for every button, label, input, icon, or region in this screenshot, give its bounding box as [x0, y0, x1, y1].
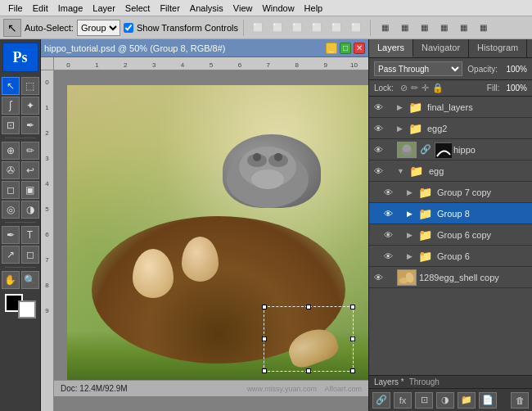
path-select-btn[interactable]: ↗ [2, 246, 20, 264]
eraser-btn[interactable]: ◻ [2, 181, 20, 199]
lock-transparent-icon[interactable]: ⊘ [400, 83, 408, 93]
marquee-tool-btn[interactable]: ⬚ [21, 77, 39, 95]
layer-group7copy[interactable]: 👁 ▶ 📁 Group 7 copy [369, 182, 532, 203]
expand-g6copy[interactable]: ▶ [407, 231, 413, 239]
layer-name-egg-group: egg [429, 166, 529, 176]
layer-group6[interactable]: 👁 ▶ 📁 Group 6 [369, 246, 532, 267]
layer-hippo[interactable]: 👁 🔗 hippo [369, 139, 532, 160]
autoselect-select[interactable]: Group Layer [77, 20, 120, 36]
maximize-button[interactable]: □ [340, 43, 351, 54]
expand-g8[interactable]: ▶ [407, 210, 413, 218]
canvas-content[interactable]: Doc: 12.4M/92.9M www.missy.yuan.com Alfo… [54, 70, 368, 411]
distribute-icon5[interactable]: ▦ [454, 20, 472, 36]
menu-window[interactable]: Window [257, 3, 299, 13]
eye-icon-egg2[interactable]: 👁 [372, 123, 384, 134]
crop-tool-btn[interactable]: ⊡ [2, 116, 20, 134]
layer-name-g6: Group 6 [437, 251, 529, 261]
close-button[interactable]: ✕ [354, 43, 365, 54]
new-group-btn[interactable]: 📁 [458, 392, 476, 409]
menu-help[interactable]: Help [300, 3, 328, 13]
lock-all-icon[interactable]: 🔒 [432, 83, 444, 93]
gradient-btn[interactable]: ▣ [21, 181, 39, 199]
distribute-v-icon[interactable]: ▦ [395, 20, 413, 36]
expand-final[interactable]: ▶ [397, 103, 403, 111]
distribute-icon3[interactable]: ▦ [415, 20, 433, 36]
add-mask-btn[interactable]: ⊡ [415, 392, 433, 409]
type-tool-btn[interactable]: T [21, 226, 39, 244]
eye-icon-g8[interactable]: 👁 [382, 208, 394, 219]
menu-image[interactable]: Image [53, 3, 88, 13]
link-layers-btn[interactable]: 🔗 [372, 392, 390, 409]
distribute-icon6[interactable]: ▦ [474, 20, 492, 36]
distribute-icon4[interactable]: ▦ [435, 20, 453, 36]
shape-tool-btn[interactable]: ◻ [21, 246, 39, 264]
layer-group6copy[interactable]: 👁 ▶ 📁 Group 6 copy [369, 224, 532, 246]
zoom-tool-btn[interactable]: 🔍 [21, 271, 39, 289]
clone-stamp-btn[interactable]: ✇ [2, 161, 20, 179]
layer-name-g8: Group 8 [437, 209, 529, 219]
menu-file[interactable]: File [3, 3, 28, 13]
align-left-icon[interactable]: ⬜ [249, 20, 267, 36]
eyedropper-btn[interactable]: ✒ [21, 116, 39, 134]
panel-close-btn[interactable]: ✕ [527, 39, 532, 57]
blur-btn[interactable]: ◎ [2, 201, 20, 219]
minimize-button[interactable]: _ [326, 43, 337, 54]
expand-egg[interactable]: ▼ [397, 167, 404, 175]
eye-icon-g6[interactable]: 👁 [382, 251, 394, 262]
canvas-window-buttons: _ □ ✕ [326, 43, 365, 54]
delete-layer-btn[interactable]: 🗑 [511, 392, 529, 409]
history-brush-btn[interactable]: ↩ [21, 161, 39, 179]
ruler-horizontal: 0 1 2 3 4 5 6 7 8 9 10 [54, 57, 368, 70]
hippo-thumb-svg [398, 142, 416, 158]
layer-eggshell-copy[interactable]: 👁 1289egg_shell copy [369, 267, 532, 288]
align-right-icon[interactable]: ⬜ [288, 20, 306, 36]
menu-analysis[interactable]: Analysis [185, 3, 228, 13]
eye-icon-g7copy[interactable]: 👁 [382, 187, 394, 198]
eye-icon-eggshell[interactable]: 👁 [372, 272, 384, 283]
healing-brush-btn[interactable]: ⊕ [2, 142, 20, 160]
menu-view[interactable]: View [228, 3, 258, 13]
menu-edit[interactable]: Edit [28, 3, 53, 13]
tab-histogram[interactable]: Histogram [469, 39, 527, 57]
layer-egg2[interactable]: 👁 ▶ 📁 egg2 [369, 118, 532, 139]
move-tool-btn[interactable]: ↖ [2, 77, 20, 95]
align-center-icon[interactable]: ⬜ [268, 20, 286, 36]
tab-layers[interactable]: Layers [369, 39, 413, 57]
magic-wand-btn[interactable]: ✦ [21, 97, 39, 115]
fx-btn[interactable]: fx [394, 392, 412, 409]
thumb-g7copy: 📁 [415, 184, 435, 201]
lock-position-icon[interactable]: ✛ [422, 83, 429, 93]
brush-tool-btn[interactable]: ✏ [21, 142, 39, 160]
menu-layer[interactable]: Layer [88, 3, 120, 13]
hand-tool-btn[interactable]: ✋ [2, 271, 20, 289]
move-tool[interactable]: ↖ [3, 19, 21, 37]
distribute-h-icon[interactable]: ▦ [376, 20, 394, 36]
align-middle-icon[interactable]: ⬜ [327, 20, 345, 36]
tool-pair-1: ↖ ⬚ [2, 77, 39, 95]
layer-final-layers[interactable]: 👁 ▶ 📁 final_layers [369, 97, 532, 118]
lock-image-icon[interactable]: ✏ [411, 83, 418, 93]
eye-icon-final[interactable]: 👁 [372, 102, 384, 113]
layer-group8[interactable]: 👁 ▶ 📁 Group 8 [369, 203, 532, 224]
menu-select[interactable]: Select [120, 3, 156, 13]
blend-mode-select[interactable]: Pass Through Normal Multiply Screen Over… [374, 61, 462, 76]
mask-thumb-hippo [435, 142, 451, 157]
menu-filter[interactable]: Filter [155, 3, 184, 13]
align-bottom-icon[interactable]: ⬜ [347, 20, 365, 36]
dodge-btn[interactable]: ◑ [21, 201, 39, 219]
align-top-icon[interactable]: ⬜ [308, 20, 326, 36]
adjustment-btn[interactable]: ◑ [436, 392, 454, 409]
background-color[interactable] [18, 300, 36, 318]
show-transform-checkbox[interactable] [124, 23, 133, 33]
lasso-tool-btn[interactable]: ʃ [2, 97, 20, 115]
layer-egg-group[interactable]: 👁 ▼ 📁 egg [369, 160, 532, 182]
expand-g6[interactable]: ▶ [407, 252, 413, 260]
new-layer-btn[interactable]: 📄 [479, 392, 497, 409]
tab-navigator[interactable]: Navigator [413, 39, 469, 57]
eye-icon-g6copy[interactable]: 👁 [382, 229, 394, 241]
pen-tool-btn[interactable]: ✒ [2, 226, 20, 244]
eye-icon-hippo[interactable]: 👁 [372, 144, 384, 156]
expand-egg2[interactable]: ▶ [397, 124, 403, 133]
eye-icon-egg[interactable]: 👁 [372, 165, 384, 177]
expand-g7copy[interactable]: ▶ [407, 188, 413, 196]
